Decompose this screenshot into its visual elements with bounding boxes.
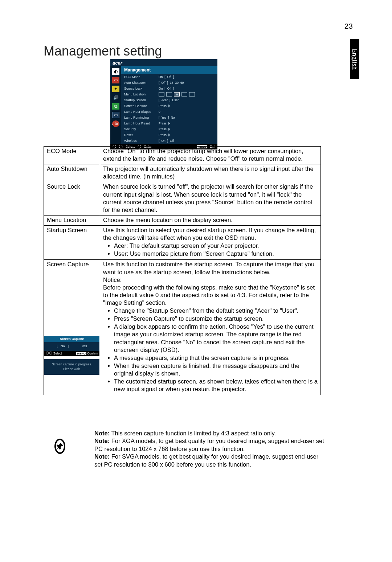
mini-foot-select: Select bbox=[53, 352, 62, 355]
arrow-right-icon bbox=[168, 122, 170, 125]
osd-row-label: Reset bbox=[124, 133, 159, 137]
osd-row-label: Lamp Reminding bbox=[124, 116, 159, 119]
osd-opt: Yes bbox=[161, 116, 166, 119]
osd-opt: Press bbox=[159, 104, 167, 108]
osd-title: Management bbox=[121, 66, 217, 74]
page-number: 23 bbox=[344, 22, 353, 30]
mini-progress-line: Please wait. bbox=[46, 367, 98, 372]
osd-opt: On bbox=[159, 75, 163, 79]
osd-opt: Acer bbox=[161, 98, 167, 102]
setting-desc: When source lock is turned "off", the pr… bbox=[100, 182, 321, 215]
osd-opt: Off bbox=[167, 87, 171, 90]
setting-desc: Use this function to select your desired… bbox=[100, 225, 321, 259]
osd-logo: acer bbox=[110, 59, 217, 66]
nav-icon bbox=[46, 352, 49, 354]
note-icon bbox=[54, 439, 65, 454]
setting-desc: Use this function to customize the start… bbox=[100, 260, 321, 395]
setting-name: Menu Location bbox=[44, 215, 100, 225]
setting-name: ECO Mode bbox=[44, 147, 100, 164]
note-block: Note: This screen capture function is li… bbox=[54, 424, 325, 468]
setting-desc-text: Use this function to select your desired… bbox=[103, 226, 318, 242]
osd-opt: On bbox=[161, 139, 165, 143]
setting-name: Screen Capture Screen Caputre [No] Yes S… bbox=[44, 260, 100, 395]
list-item: A dialog box appears to confirm the acti… bbox=[114, 323, 318, 353]
note-label: Note: bbox=[94, 453, 110, 460]
osd-opt: 60 bbox=[180, 81, 184, 85]
nav-icon bbox=[49, 352, 52, 354]
note-text: For XGA models, to get best quality for … bbox=[94, 438, 324, 452]
osd-opt: Press bbox=[159, 122, 167, 125]
osd-row-label: Wireless bbox=[124, 139, 159, 143]
osd-row-label: Security bbox=[124, 127, 159, 131]
osd-icon-image: ▭ bbox=[112, 77, 119, 83]
osd-row-label: Auto Shutdown bbox=[124, 81, 159, 85]
osd-row-label: Startup Screen bbox=[124, 98, 159, 102]
osd-icon-language: abc bbox=[112, 120, 119, 127]
arrow-right-icon bbox=[168, 104, 170, 107]
osd-row-label: Menu Location bbox=[124, 93, 159, 96]
osd-icon-audio: 🔊 bbox=[112, 94, 119, 101]
pin-icon bbox=[56, 442, 64, 450]
osd-opt: Press bbox=[159, 133, 167, 137]
note-text: This screen capture function is limited … bbox=[110, 430, 276, 436]
osd-opt: Off bbox=[161, 81, 165, 85]
osd-sidebar: ◐ ▭ ✦ 🔊 ⧉ ▭ abc bbox=[110, 66, 121, 144]
setting-name: Auto Shutdown bbox=[44, 164, 100, 182]
setting-desc: Choose "On" to dim the projector lamp wh… bbox=[100, 147, 321, 164]
setting-desc-text: Use this function to customize the start… bbox=[103, 261, 318, 276]
settings-table: ECO Mode Choose "On" to dim the projecto… bbox=[44, 146, 321, 395]
osd-row-label: Lamp Hour Reset bbox=[124, 122, 159, 125]
list-item: A message appears, stating that the scre… bbox=[114, 354, 318, 362]
setting-desc: Choose the menu location on the display … bbox=[100, 215, 321, 225]
osd-opt: Off bbox=[167, 75, 171, 79]
setting-desc-text: Notice: bbox=[103, 276, 318, 284]
list-item: Acer: The default startup screen of your… bbox=[114, 242, 318, 250]
list-item: Change the "Startup Screen" from the def… bbox=[114, 307, 318, 315]
osd-row-label: Lamp Hour Elapse bbox=[124, 110, 159, 114]
list-item: When the screen capture is finished, the… bbox=[114, 362, 318, 377]
osd-opt: 30 bbox=[175, 81, 178, 85]
list-item: The customized startup screen, as shown … bbox=[114, 378, 318, 393]
setting-name: Startup Screen bbox=[44, 225, 100, 259]
arrow-right-icon bbox=[168, 134, 170, 136]
note-label: Note: bbox=[94, 430, 110, 436]
osd-opt: Off bbox=[170, 139, 174, 143]
osd-icon-management: ✦ bbox=[112, 86, 119, 92]
osd-opt: User bbox=[172, 98, 179, 102]
mini-progress-box: Screen capture in progress. Please wait. bbox=[44, 359, 99, 375]
mini-opt-no: No bbox=[61, 344, 65, 349]
osd-opt: 15 bbox=[170, 81, 173, 85]
mini-foot-confirm: Confirm bbox=[87, 352, 98, 355]
osd-row-label: ECO Mode bbox=[124, 75, 159, 79]
mini-opt-yes: Yes bbox=[82, 344, 87, 349]
osd-opt: No bbox=[171, 116, 175, 119]
note-text: For SVGA models, to get best quality for… bbox=[94, 453, 318, 467]
osd-opt: 0 bbox=[159, 110, 160, 114]
mini-progress-line: Screen capture in progress. bbox=[46, 362, 98, 367]
page-heading: Management setting bbox=[44, 44, 162, 59]
osd-row-label: Screen Capture bbox=[124, 104, 159, 108]
osd-icon-window: ▭ bbox=[112, 112, 119, 118]
list-item: Press "Screen Capture" to customize the … bbox=[114, 315, 318, 323]
mini-foot-menu: MENU bbox=[76, 352, 86, 355]
setting-desc: The projector will automatically shutdow… bbox=[100, 164, 321, 182]
mini-dialog-title: Screen Caputre bbox=[44, 336, 99, 342]
arrow-right-icon bbox=[168, 128, 170, 131]
language-tab: English bbox=[350, 39, 359, 79]
osd-row-label: Source Lock bbox=[124, 87, 159, 90]
setting-name: Source Lock bbox=[44, 182, 100, 215]
osd-opt: On bbox=[159, 87, 163, 90]
setting-name-text: Screen Capture bbox=[47, 261, 97, 268]
osd-icon-color: ◐ bbox=[112, 68, 119, 75]
list-item: User: Use memorize picture from "Screen … bbox=[114, 250, 318, 258]
note-label: Note: bbox=[94, 438, 110, 444]
osd-icon-timer: ⧉ bbox=[112, 103, 119, 110]
setting-desc-text: Before proceeding with the following ste… bbox=[103, 284, 318, 307]
osd-opt: Press bbox=[159, 127, 167, 131]
osd-screenshot: acer ◐ ▭ ✦ 🔊 ⧉ ▭ abc Management ECO Mode… bbox=[110, 59, 217, 149]
mini-dialog-capture: Screen Caputre [No] Yes Select MENU Conf… bbox=[44, 336, 99, 356]
